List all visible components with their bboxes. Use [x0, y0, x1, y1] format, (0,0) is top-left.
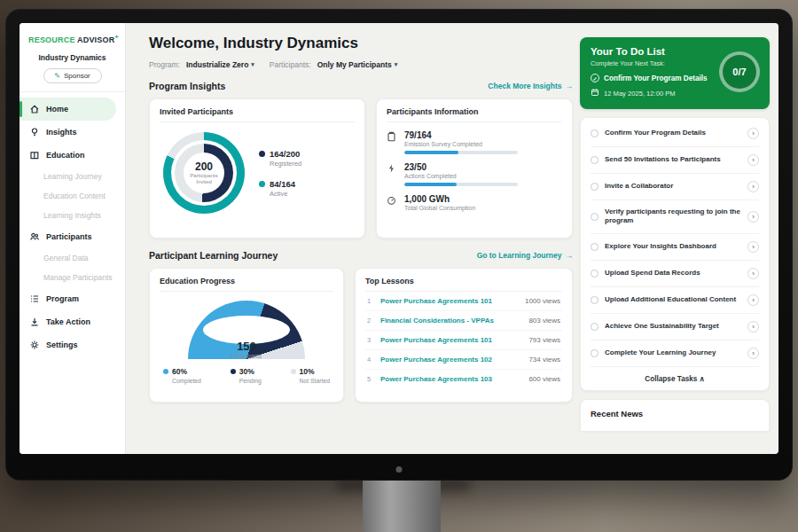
recent-news-card: Recent News — [580, 399, 770, 431]
task-row[interactable]: Confirm Your Program Details › — [591, 121, 759, 147]
collapse-tasks-button[interactable]: Collapse Tasks ∧ — [591, 367, 759, 388]
task-label: Confirm Your Program Details — [605, 129, 741, 137]
chevron-right-icon[interactable]: › — [747, 321, 759, 332]
task-label: Send 50 Invitations to Participants — [605, 155, 741, 164]
task-label: Complete Your Learning Journey — [605, 348, 741, 357]
task-checkbox[interactable] — [591, 183, 598, 191]
stat-progress — [404, 183, 518, 186]
sidebar-item-manage-participants[interactable]: Manage Participants — [20, 268, 125, 287]
stat-row: 1,000 GWh Total Global Consumption — [387, 194, 562, 211]
check-more-insights-link[interactable]: Check More Insights → — [488, 82, 573, 90]
chevron-right-icon[interactable]: › — [747, 154, 759, 166]
legend-item: 10% Not Started — [291, 367, 330, 384]
task-checkbox[interactable] — [591, 156, 598, 164]
sidebar-item-participants[interactable]: Participants — [20, 225, 125, 248]
sidebar-item-general-data[interactable]: General Data — [20, 248, 125, 268]
task-row[interactable]: Send 50 Invitations to Participants › — [591, 147, 759, 174]
task-checkbox[interactable] — [591, 213, 598, 221]
sidebar-item-insights[interactable]: Insights — [20, 121, 125, 144]
sidebar-item-home[interactable]: Home — [20, 98, 116, 121]
stat-label: Total Global Consumption — [404, 205, 475, 211]
gear-icon — [28, 340, 40, 350]
sidebar-item-label: Home — [46, 105, 68, 113]
brand-plus: + — [114, 34, 118, 40]
chevron-right-icon[interactable]: › — [747, 348, 759, 359]
lesson-views: 600 views — [528, 375, 560, 383]
lesson-link[interactable]: Financial Considerations - VPPAs — [380, 317, 522, 325]
lesson-link[interactable]: Power Purchase Agreements 102 — [380, 356, 522, 364]
sidebar-item-education[interactable]: Education — [20, 144, 125, 167]
sidebar-item-education-content[interactable]: Education Content — [20, 186, 125, 206]
chevron-right-icon[interactable]: › — [747, 268, 759, 279]
go-to-learning-journey-link[interactable]: Go to Learning Journey → — [477, 251, 573, 260]
donut-center-value: 200 — [195, 160, 213, 173]
sidebar-item-learning-insights[interactable]: Learning Insights — [20, 206, 125, 225]
sidebar-item-take-action[interactable]: Take Action — [20, 310, 125, 333]
task-checkbox[interactable] — [591, 270, 598, 278]
lesson-link[interactable]: Power Purchase Agreements 103 — [380, 375, 522, 383]
gauge-center-label: Participants — [188, 353, 305, 359]
task-row[interactable]: Explore Your Insights Dashboard › — [591, 234, 759, 261]
invited-legend-dot — [259, 181, 265, 187]
lesson-link[interactable]: Power Purchase Agreements 101 — [380, 336, 522, 344]
sidebar-item-label: Take Action — [46, 317, 90, 326]
stat-value: 79/164 — [404, 130, 518, 140]
lesson-link[interactable]: Power Purchase Agreements 101 — [380, 297, 519, 305]
sidebar-item-label: Participants — [46, 232, 92, 241]
sidebar-item-settings[interactable]: Settings — [20, 333, 125, 356]
participants-label: Participants: — [270, 60, 311, 69]
lesson-row: 5 Power Purchase Agreements 103 600 view… — [365, 370, 562, 388]
filters-row: Program: Industrialize Zero ▾ Participan… — [149, 60, 573, 69]
education-icon — [28, 150, 40, 160]
invited-legend: 164/200 Registered 84/164 Active — [259, 149, 301, 198]
todo-column: Your To Do List Complete Your Next Task:… — [580, 37, 770, 431]
monitor-stand — [363, 481, 441, 532]
sponsor-badge[interactable]: ✎ Sponsor — [43, 68, 102, 83]
task-checkbox[interactable] — [591, 296, 598, 304]
task-checkbox[interactable] — [591, 243, 598, 251]
link-label: Go to Learning Journey — [477, 251, 562, 260]
todo-header-card: Your To Do List Complete Your Next Task:… — [580, 37, 770, 109]
sidebar-item-label: Learning Insights — [43, 211, 101, 220]
sidebar-item-program[interactable]: Program — [20, 287, 125, 310]
task-checkbox[interactable] — [591, 349, 598, 357]
insights-cards-row: Invited Participants 200 Participants In… — [149, 98, 573, 239]
pencil-icon: ✎ — [54, 72, 60, 80]
sidebar-item-learning-journey[interactable]: Learning Journey — [20, 167, 125, 186]
task-label: Invite a Collaborator — [605, 182, 741, 191]
task-checkbox[interactable] — [591, 129, 598, 137]
chevron-right-icon[interactable]: › — [747, 181, 759, 192]
chevron-down-icon: ▾ — [395, 61, 398, 68]
task-row[interactable]: Upload Spend Data Records › — [591, 261, 759, 287]
participants-information-card: Participants Information 79/164 Emission… — [376, 98, 573, 239]
legend-item: 84/164 Active — [259, 179, 301, 198]
app-logo: RESOURCE ADVISOR+ — [20, 23, 125, 46]
chevron-right-icon[interactable]: › — [747, 294, 759, 306]
arrow-right-icon: → — [566, 82, 574, 90]
participants-select[interactable]: Only My Participants ▾ — [317, 60, 398, 69]
task-row[interactable]: Invite a Collaborator › — [591, 174, 759, 200]
task-label: Verify participants requesting to join t… — [605, 207, 741, 226]
card-title: Participants Information — [387, 107, 562, 122]
lesson-views: 803 views — [528, 317, 560, 325]
divider — [20, 91, 125, 92]
program-select[interactable]: Industrialize Zero ▾ — [186, 60, 254, 69]
sidebar: RESOURCE ADVISOR+ Industry Dynamics ✎ Sp… — [20, 23, 126, 454]
task-checkbox[interactable] — [591, 323, 598, 331]
task-row[interactable]: Achieve One Sustainability Target › — [591, 314, 759, 340]
sponsor-label: Sponsor — [64, 72, 90, 80]
section-title-learning-journey: Participant Learning Journey — [149, 250, 278, 261]
chevron-right-icon[interactable]: › — [747, 241, 759, 253]
education-gauge-chart: 150 Participants — [188, 301, 305, 359]
gauge-legend-dot — [163, 369, 168, 374]
meter-icon — [387, 194, 397, 211]
task-row[interactable]: Upload Additional Educational Content › — [591, 287, 759, 314]
collapse-label: Collapse Tasks — [645, 375, 697, 383]
page-title: Welcome, Industry Dynamics — [149, 35, 573, 52]
task-row[interactable]: Complete Your Learning Journey › — [591, 340, 759, 367]
lesson-row: 3 Power Purchase Agreements 101 793 view… — [365, 331, 562, 350]
task-row[interactable]: Verify participants requesting to join t… — [591, 200, 759, 234]
calendar-icon — [591, 88, 599, 98]
chevron-right-icon[interactable]: › — [747, 211, 759, 223]
chevron-right-icon[interactable]: › — [747, 128, 759, 139]
